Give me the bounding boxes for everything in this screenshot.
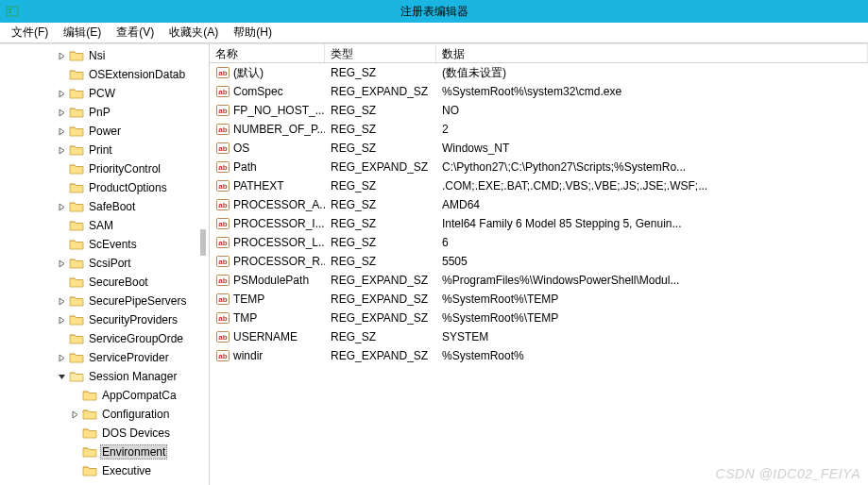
tree-item[interactable]: Print bbox=[0, 141, 209, 159]
tree-item[interactable]: OSExtensionDatab bbox=[0, 65, 209, 84]
menu-bar: 文件(F) 编辑(E) 查看(V) 收藏夹(A) 帮助(H) bbox=[0, 23, 868, 43]
tree-item[interactable]: AppCompatCa bbox=[0, 386, 209, 405]
value-row[interactable]: abOSREG_SZWindows_NT bbox=[210, 139, 868, 158]
tree-item[interactable]: ServiceGroupOrde bbox=[0, 329, 209, 348]
value-row[interactable]: abTEMPREG_EXPAND_SZ%SystemRoot%\TEMP bbox=[210, 290, 868, 309]
folder-icon bbox=[82, 464, 97, 477]
value-list-pane[interactable]: 名称 类型 数据 ab(默认)REG_SZ(数值未设置)abComSpecREG… bbox=[210, 44, 868, 485]
column-name[interactable]: 名称 bbox=[210, 44, 325, 62]
tree-item[interactable]: Session Manager bbox=[0, 367, 209, 386]
menu-favorites[interactable]: 收藏夹(A) bbox=[163, 23, 224, 42]
tree-pane[interactable]: NsiOSExtensionDatabPCWPnPPowerPrintPrior… bbox=[0, 44, 210, 485]
value-row[interactable]: abPROCESSOR_A...REG_SZAMD64 bbox=[210, 195, 868, 214]
value-row[interactable]: abUSERNAMEREG_SZSYSTEM bbox=[210, 327, 868, 346]
folder-icon bbox=[82, 389, 97, 402]
tree-item[interactable]: PnP bbox=[0, 103, 209, 122]
chevron-right-icon[interactable] bbox=[57, 51, 67, 61]
tree-item[interactable]: DOS Devices bbox=[0, 424, 209, 443]
expander-empty bbox=[57, 334, 67, 344]
folder-icon bbox=[82, 426, 97, 440]
tree-item[interactable]: ServiceProvider bbox=[0, 348, 209, 367]
svg-text:ab: ab bbox=[218, 220, 227, 228]
chevron-right-icon[interactable] bbox=[57, 108, 67, 118]
value-name: TEMP bbox=[233, 293, 264, 306]
svg-text:ab: ab bbox=[218, 201, 227, 209]
expander-empty bbox=[57, 70, 67, 80]
value-row[interactable]: abPROCESSOR_R...REG_SZ5505 bbox=[210, 252, 868, 271]
value-row[interactable]: abPROCESSOR_I...REG_SZIntel64 Family 6 M… bbox=[210, 214, 868, 233]
tree-item[interactable]: Power bbox=[0, 122, 209, 141]
value-row[interactable]: abPSModulePathREG_EXPAND_SZ%ProgramFiles… bbox=[210, 271, 868, 290]
chevron-right-icon[interactable] bbox=[57, 89, 67, 99]
chevron-right-icon[interactable] bbox=[57, 126, 67, 137]
tree-item[interactable]: PCW bbox=[0, 84, 209, 103]
tree-item-label: SafeBoot bbox=[87, 200, 137, 213]
tree-item[interactable]: SecurePipeServers bbox=[0, 292, 209, 310]
svg-text:ab: ab bbox=[218, 144, 227, 153]
folder-icon bbox=[69, 276, 84, 289]
value-data: AMD64 bbox=[436, 198, 868, 211]
chevron-right-icon[interactable] bbox=[70, 410, 80, 420]
svg-rect-0 bbox=[7, 7, 18, 16]
tree-item-label: SecurityProviders bbox=[87, 313, 179, 326]
chevron-right-icon[interactable] bbox=[57, 259, 67, 269]
chevron-right-icon[interactable] bbox=[57, 145, 67, 156]
value-name: PATHEXT bbox=[233, 179, 284, 192]
value-row[interactable]: abPROCESSOR_L...REG_SZ6 bbox=[210, 233, 868, 252]
value-row[interactable]: abPathREG_EXPAND_SZC:\Python27\;C:\Pytho… bbox=[210, 158, 868, 176]
tree-item[interactable]: Executive bbox=[0, 461, 209, 480]
scrollbar-thumb[interactable] bbox=[200, 229, 206, 256]
tree-item-label: ServiceProvider bbox=[87, 351, 171, 364]
value-row[interactable]: abFP_NO_HOST_...REG_SZNO bbox=[210, 101, 868, 120]
value-row[interactable]: abwindirREG_EXPAND_SZ%SystemRoot% bbox=[210, 346, 868, 365]
value-data: %SystemRoot%\system32\cmd.exe bbox=[436, 85, 868, 98]
tree-item-label: OSExtensionDatab bbox=[87, 68, 187, 81]
value-row[interactable]: ab(默认)REG_SZ(数值未设置) bbox=[210, 63, 868, 82]
expander-empty bbox=[57, 221, 67, 231]
tree-item-label: AppCompatCa bbox=[100, 389, 179, 402]
menu-help[interactable]: 帮助(H) bbox=[228, 23, 278, 42]
value-data: %ProgramFiles%\WindowsPowerShell\Modul..… bbox=[436, 274, 868, 287]
tree-item[interactable]: SAM bbox=[0, 216, 209, 235]
string-value-icon: ab bbox=[215, 65, 230, 80]
value-name: OS bbox=[233, 142, 249, 155]
menu-edit[interactable]: 编辑(E) bbox=[58, 23, 107, 42]
column-data[interactable]: 数据 bbox=[436, 44, 868, 62]
value-row[interactable]: abComSpecREG_EXPAND_SZ%SystemRoot%\syste… bbox=[210, 82, 868, 101]
expander-empty bbox=[70, 447, 80, 458]
chevron-right-icon[interactable] bbox=[57, 202, 67, 212]
tree-item[interactable]: Configuration bbox=[0, 405, 209, 424]
tree-item[interactable]: Nsi bbox=[0, 46, 209, 65]
tree-item-label: Nsi bbox=[87, 49, 107, 62]
tree-item[interactable]: PriorityControl bbox=[0, 159, 209, 178]
tree-item[interactable]: SecurityProviders bbox=[0, 310, 209, 329]
tree-item-label: PnP bbox=[87, 106, 112, 119]
tree-item[interactable]: ScEvents bbox=[0, 235, 209, 254]
chevron-right-icon[interactable] bbox=[57, 353, 67, 363]
expander-empty bbox=[57, 277, 67, 288]
value-type: REG_SZ bbox=[325, 217, 436, 230]
tree-item[interactable]: Environment bbox=[0, 443, 209, 461]
value-name: USERNAME bbox=[233, 330, 298, 343]
tree-item[interactable]: SecureBoot bbox=[0, 273, 209, 292]
menu-file[interactable]: 文件(F) bbox=[6, 23, 54, 42]
window-title: 注册表编辑器 bbox=[400, 4, 468, 20]
string-value-icon: ab bbox=[215, 329, 230, 344]
value-row[interactable]: abPATHEXTREG_SZ.COM;.EXE;.BAT;.CMD;.VBS;… bbox=[210, 176, 868, 195]
tree-item-label: PriorityControl bbox=[87, 162, 162, 176]
value-data: C:\Python27\;C:\Python27\Scripts;%System… bbox=[436, 160, 868, 174]
value-row[interactable]: abTMPREG_EXPAND_SZ%SystemRoot%\TEMP bbox=[210, 309, 868, 327]
column-type[interactable]: 类型 bbox=[325, 44, 436, 62]
value-row[interactable]: abNUMBER_OF_P...REG_SZ2 bbox=[210, 120, 868, 139]
string-value-icon: ab bbox=[215, 254, 230, 269]
chevron-down-icon[interactable] bbox=[57, 372, 67, 382]
tree-item[interactable]: SafeBoot bbox=[0, 197, 209, 216]
tree-item[interactable]: ScsiPort bbox=[0, 254, 209, 273]
value-name: Path bbox=[233, 160, 257, 174]
menu-view[interactable]: 查看(V) bbox=[111, 23, 160, 42]
chevron-right-icon[interactable] bbox=[57, 315, 67, 326]
folder-icon bbox=[69, 238, 84, 251]
chevron-right-icon[interactable] bbox=[57, 296, 67, 307]
value-name: PROCESSOR_I... bbox=[233, 217, 325, 230]
tree-item[interactable]: ProductOptions bbox=[0, 178, 209, 197]
